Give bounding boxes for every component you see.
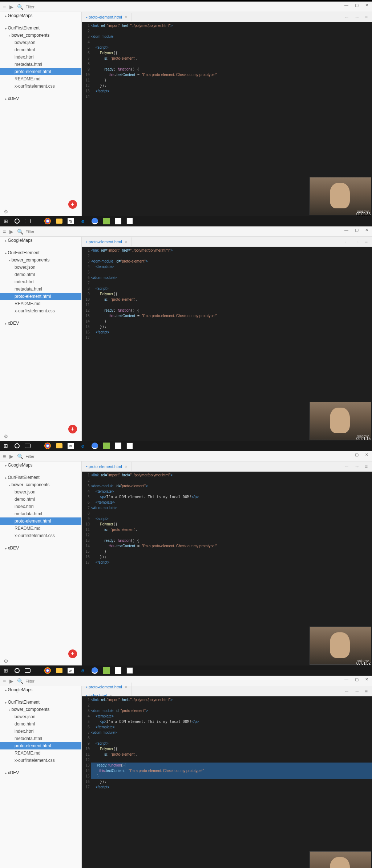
sidebar-item-readme[interactable]: README.md xyxy=(0,525,81,532)
sidebar-item-bower-components[interactable]: bower_components xyxy=(0,256,81,264)
close-button[interactable]: ✕ xyxy=(365,452,368,457)
close-button[interactable]: ✕ xyxy=(365,677,368,682)
sidebar-item-ourfirstelement[interactable]: OurFirstElement xyxy=(0,24,81,32)
sidebar-item-bower-json[interactable]: bower.json xyxy=(0,39,81,46)
cortana-icon[interactable] xyxy=(15,668,20,673)
sidebar-item-googlemaps[interactable]: GoogleMaps xyxy=(0,686,81,693)
sidebar-item-ourfirstelement[interactable]: OurFirstElement xyxy=(0,249,81,256)
sidebar-item-googlemaps[interactable]: GoogleMaps xyxy=(0,12,81,19)
sidebar-item-metadata-html[interactable]: metadata.html xyxy=(0,285,81,293)
sidebar-item-ourfirstelement[interactable]: OurFirstElement xyxy=(0,474,81,481)
sidebar-item-css[interactable]: x-ourfirstelement.css xyxy=(0,307,81,315)
add-button[interactable]: + xyxy=(68,425,77,433)
cortana-icon[interactable] xyxy=(15,219,20,224)
play-icon[interactable]: ▶ xyxy=(9,229,13,235)
chrome-running-icon[interactable] xyxy=(92,218,98,224)
tab-close-icon[interactable]: × xyxy=(125,15,127,19)
chrome-icon[interactable] xyxy=(44,218,51,224)
app-icon-3[interactable] xyxy=(126,443,133,449)
chrome-running-icon[interactable] xyxy=(92,667,98,674)
filter-input[interactable] xyxy=(25,679,54,683)
menu-icon[interactable]: ≡ xyxy=(3,229,6,235)
add-button[interactable]: + xyxy=(68,649,77,658)
edge-icon[interactable]: e xyxy=(79,217,86,225)
sidebar-item-demo-html[interactable]: demo.html xyxy=(0,720,81,728)
sidebar-item-xdev[interactable]: xDEV xyxy=(0,320,81,327)
play-icon[interactable]: ▶ xyxy=(9,453,13,459)
sidebar-item-xdev[interactable]: xDEV xyxy=(0,769,81,776)
sidebar-item-xdev[interactable]: xDEV xyxy=(0,544,81,552)
sidebar-item-readme[interactable]: README.md xyxy=(0,749,81,757)
editor-tab-proto[interactable]: • proto-element.html× xyxy=(82,683,132,691)
sidebar-item-metadata-html[interactable]: metadata.html xyxy=(0,61,81,68)
nav-back-icon[interactable]: ← xyxy=(344,239,349,245)
nav-back-icon[interactable]: ← xyxy=(344,14,349,20)
nav-back-icon[interactable]: ← xyxy=(344,464,349,469)
close-button[interactable]: ✕ xyxy=(365,228,368,232)
sidebar-item-readme[interactable]: README.md xyxy=(0,300,81,307)
editor-tab-proto[interactable]: • proto-element.html× xyxy=(82,237,132,246)
taskview-icon[interactable] xyxy=(25,219,31,223)
nav-back-icon[interactable]: ← xyxy=(344,688,349,694)
play-icon[interactable]: ▶ xyxy=(9,4,13,10)
chrome-icon[interactable] xyxy=(44,667,51,674)
store-icon[interactable]: 🛍 xyxy=(68,443,74,449)
windows-start-icon[interactable]: ⊞ xyxy=(2,442,9,449)
sidebar-item-demo-html[interactable]: demo.html xyxy=(0,46,81,53)
maximize-button[interactable]: ▢ xyxy=(355,3,359,8)
store-icon[interactable]: 🛍 xyxy=(68,668,74,673)
sidebar-item-metadata-html[interactable]: metadata.html xyxy=(0,735,81,742)
sidebar-item-demo-html[interactable]: demo.html xyxy=(0,496,81,503)
add-button[interactable]: + xyxy=(68,200,77,209)
sidebar-item-proto-element[interactable]: proto-element.html xyxy=(0,293,81,300)
explorer-icon[interactable] xyxy=(56,668,62,673)
minimize-button[interactable]: — xyxy=(344,3,348,8)
edge-icon[interactable]: e xyxy=(79,667,86,674)
menu-icon[interactable]: ≡ xyxy=(3,678,6,684)
search-icon[interactable]: 🔍 xyxy=(17,229,23,235)
filter-input[interactable] xyxy=(25,5,54,9)
nav-menu-icon[interactable]: ≡ xyxy=(365,464,368,469)
nav-menu-icon[interactable]: ≡ xyxy=(365,14,368,20)
gear-icon[interactable]: ⚙ xyxy=(4,658,8,664)
app-icon-1[interactable] xyxy=(103,667,110,674)
sidebar-item-index-html[interactable]: index.html xyxy=(0,53,81,61)
sidebar-item-proto-element[interactable]: proto-element.html xyxy=(0,517,81,525)
sidebar-item-index-html[interactable]: index.html xyxy=(0,278,81,285)
menu-icon[interactable]: ≡ xyxy=(3,453,6,459)
search-icon[interactable]: 🔍 xyxy=(17,678,23,684)
gear-icon[interactable]: ⚙ xyxy=(4,433,8,439)
sidebar-item-googlemaps[interactable]: GoogleMaps xyxy=(0,461,81,469)
maximize-button[interactable]: ▢ xyxy=(355,452,359,457)
maximize-button[interactable]: ▢ xyxy=(355,677,359,682)
tab-close-icon[interactable]: × xyxy=(125,240,127,244)
filter-input[interactable] xyxy=(25,454,54,459)
sidebar-item-ourfirstelement[interactable]: OurFirstElement xyxy=(0,699,81,706)
sidebar-item-metadata-html[interactable]: metadata.html xyxy=(0,510,81,517)
taskview-icon[interactable] xyxy=(25,668,31,673)
app-icon-2[interactable] xyxy=(115,218,121,224)
app-icon-3[interactable] xyxy=(126,218,133,224)
tab-close-icon[interactable]: × xyxy=(125,685,127,689)
nav-forward-icon[interactable]: → xyxy=(355,688,360,694)
sidebar-item-proto-element[interactable]: proto-element.html xyxy=(0,68,81,75)
sidebar-item-bower-json[interactable]: bower.json xyxy=(0,488,81,496)
nav-forward-icon[interactable]: → xyxy=(355,239,360,245)
taskview-icon[interactable] xyxy=(25,444,31,448)
windows-start-icon[interactable]: ⊞ xyxy=(2,667,9,674)
filter-input[interactable] xyxy=(25,229,54,234)
nav-forward-icon[interactable]: → xyxy=(355,464,360,469)
sidebar-item-bower-components[interactable]: bower_components xyxy=(0,32,81,39)
maximize-button[interactable]: ▢ xyxy=(355,228,359,232)
app-icon-2[interactable] xyxy=(115,443,121,449)
sidebar-item-demo-html[interactable]: demo.html xyxy=(0,271,81,278)
sidebar-item-xdev[interactable]: xDEV xyxy=(0,95,81,102)
explorer-icon[interactable] xyxy=(56,443,62,448)
edge-icon[interactable]: e xyxy=(79,442,86,449)
app-icon-1[interactable] xyxy=(103,218,110,224)
close-button[interactable]: ✕ xyxy=(365,3,368,8)
search-icon[interactable]: 🔍 xyxy=(17,453,23,459)
sidebar-item-index-html[interactable]: index.html xyxy=(0,728,81,735)
app-icon-3[interactable] xyxy=(126,667,133,674)
store-icon[interactable]: 🛍 xyxy=(68,218,74,224)
